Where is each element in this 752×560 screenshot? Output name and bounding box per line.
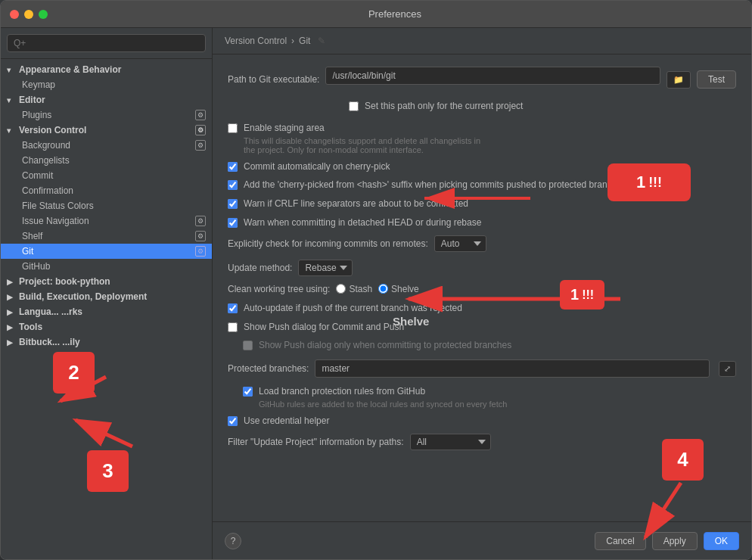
- minimize-button[interactable]: [24, 10, 33, 19]
- cancel-button[interactable]: Cancel: [595, 532, 645, 550]
- update-method-label: Update method:: [228, 263, 292, 273]
- filter-dropdown[interactable]: All Affected paths All paths: [410, 434, 491, 450]
- sidebar-item-issue-navigation[interactable]: Issue Navigation ⚙: [1, 213, 212, 229]
- sidebar-item-keymap[interactable]: Keymap: [1, 77, 212, 92]
- credential-helper-checkbox[interactable]: [228, 416, 238, 426]
- sidebar-item-file-status-colors[interactable]: File Status Colors: [1, 198, 212, 213]
- sidebar-item-build[interactable]: ▶ Build, Execution, Deployment: [1, 289, 212, 304]
- protected-branches-label: Protected branches:: [228, 363, 309, 374]
- search-bar: [1, 28, 212, 59]
- main-content: ▾ Appearance & Behavior Keymap ▾ Editor …: [1, 28, 751, 559]
- shelve-radio[interactable]: [378, 284, 388, 294]
- sidebar-item-commit[interactable]: Commit: [1, 168, 212, 183]
- sidebar-item-appearance[interactable]: ▾ Appearance & Behavior: [1, 62, 212, 77]
- stash-radio-label: Stash: [336, 284, 372, 294]
- detached-head-row: Warn when committing in detached HEAD or…: [228, 216, 736, 229]
- show-push-protected-row: Show Push dialog only when committing to…: [228, 339, 736, 352]
- incoming-commits-row: Explicitly check for incoming commits on…: [228, 235, 736, 252]
- sidebar-item-editor[interactable]: ▾ Editor: [1, 92, 212, 107]
- show-push-dialog-label: Show Push dialog for Commit and Push: [244, 321, 404, 334]
- expand-protected-button[interactable]: ⤢: [719, 361, 736, 377]
- cherry-suffix-checkbox[interactable]: [228, 180, 238, 190]
- current-project-label: Set this path only for the current proje…: [365, 100, 523, 113]
- protected-branches-input[interactable]: [315, 359, 710, 378]
- sidebar-item-version-control[interactable]: ▾ Version Control ⚙: [1, 123, 212, 138]
- current-project-checkbox[interactable]: [349, 101, 359, 111]
- filter-row: Filter "Update Project" information by p…: [228, 434, 736, 450]
- filter-label: Filter "Update Project" information by p…: [228, 437, 404, 447]
- auto-update-checkbox[interactable]: [228, 303, 238, 313]
- bottom-left: ?: [225, 533, 241, 549]
- detached-head-checkbox[interactable]: [228, 218, 238, 228]
- git-path-row: Path to Git executable: 📁 Test: [228, 67, 736, 92]
- clean-tree-row: Clean working tree using: Stash Shelve: [228, 284, 736, 294]
- staging-area-row: Enable staging area This will disable ch…: [228, 122, 736, 154]
- chevron-right-icon: ▶: [7, 278, 16, 286]
- staging-area-checkbox[interactable]: [228, 123, 238, 133]
- sidebar-item-languages[interactable]: ▶ Langua... ...rks: [1, 304, 212, 319]
- bottom-bar: ? Cancel Apply OK: [213, 521, 751, 559]
- show-push-dialog-checkbox[interactable]: [228, 322, 238, 332]
- sidebar-item-git[interactable]: Git ⚙: [1, 244, 212, 259]
- shelve-radio-label: Shelve: [378, 284, 419, 294]
- sidebar-item-plugins[interactable]: Plugins ⚙: [1, 107, 212, 123]
- apply-button[interactable]: Apply: [652, 532, 698, 550]
- cherry-pick-row: Commit automatically on cherry-pick: [228, 160, 736, 173]
- protected-branches-row: Protected branches: ⤢: [228, 359, 736, 378]
- edit-icon: ✎: [318, 36, 325, 46]
- cherry-suffix-row: Add the 'cherry-picked from <hash>' suff…: [228, 179, 736, 191]
- window-title: Preferences: [48, 8, 742, 20]
- clean-tree-label: Clean working tree using:: [228, 284, 330, 294]
- breadcrumb-part-1: Version Control: [225, 36, 287, 46]
- sidebar-item-github[interactable]: GitHub: [1, 259, 212, 274]
- update-method-dropdown[interactable]: Rebase Merge: [298, 260, 353, 276]
- incoming-commits-dropdown[interactable]: Auto Always Never: [434, 235, 486, 252]
- folder-browse-button[interactable]: 📁: [667, 71, 691, 89]
- detached-head-label: Warn when committing in detached HEAD or…: [244, 216, 481, 229]
- content-area: Path to Git executable: 📁 Test Set this …: [213, 54, 751, 521]
- auto-update-label: Auto-update if push of the current branc…: [244, 302, 462, 315]
- chevron-down-icon: ▾: [7, 96, 16, 104]
- ok-button[interactable]: OK: [704, 532, 739, 550]
- staging-area-label: Enable staging area: [244, 123, 325, 133]
- close-button[interactable]: [10, 10, 19, 19]
- title-bar: Preferences: [1, 1, 751, 28]
- load-branch-protection-row: Load branch protection rules from GitHub…: [228, 385, 736, 409]
- sidebar-item-bitbucket[interactable]: ▶ Bitbuck... ...ily: [1, 334, 212, 350]
- load-branch-protection-checkbox[interactable]: [243, 387, 253, 397]
- chevron-right-icon: ▶: [7, 338, 16, 347]
- incoming-commits-label: Explicitly check for incoming commits on…: [228, 238, 428, 249]
- chevron-right-icon: ▶: [7, 293, 16, 301]
- sidebar-item-confirmation[interactable]: Confirmation: [1, 183, 212, 198]
- sidebar-item-shelf[interactable]: Shelf ⚙: [1, 229, 212, 244]
- stash-radio[interactable]: [336, 284, 346, 294]
- update-method-row: Update method: Rebase Merge: [228, 260, 736, 276]
- maximize-button[interactable]: [39, 10, 48, 19]
- sidebar-item-background[interactable]: Background ⚙: [1, 138, 212, 153]
- help-button[interactable]: ?: [225, 533, 241, 549]
- sidebar-item-changelists[interactable]: Changelists: [1, 153, 212, 168]
- cherry-pick-checkbox[interactable]: [228, 162, 238, 172]
- settings-badge-icon: ⚙: [195, 246, 206, 257]
- test-button[interactable]: Test: [697, 70, 736, 89]
- credential-helper-row: Use credential helper: [228, 415, 736, 428]
- current-project-row: Set this path only for the current proje…: [349, 100, 736, 113]
- sidebar-tree: ▾ Appearance & Behavior Keymap ▾ Editor …: [1, 59, 212, 559]
- cherry-suffix-label: Add the 'cherry-picked from <hash>' suff…: [244, 179, 626, 191]
- traffic-lights: [10, 10, 48, 19]
- sidebar: ▾ Appearance & Behavior Keymap ▾ Editor …: [1, 28, 213, 559]
- crlf-checkbox[interactable]: [228, 199, 238, 209]
- chevron-down-icon: ▾: [7, 126, 16, 135]
- show-push-protected-checkbox[interactable]: [243, 341, 253, 350]
- chevron-right-icon: ▶: [7, 323, 16, 331]
- sidebar-item-tools[interactable]: ▶ Tools: [1, 319, 212, 334]
- settings-badge-icon: ⚙: [195, 231, 206, 241]
- main-panel: Version Control › Git ✎ Path to Git exec…: [213, 28, 751, 559]
- settings-badge-icon: ⚙: [195, 140, 206, 151]
- search-input[interactable]: [7, 34, 206, 52]
- auto-update-row: Auto-update if push of the current branc…: [228, 302, 736, 315]
- git-path-input[interactable]: [325, 67, 660, 85]
- chevron-right-icon: ▶: [7, 308, 16, 316]
- breadcrumb-separator: ›: [291, 36, 294, 46]
- sidebar-item-project[interactable]: ▶ Project: book-python: [1, 274, 212, 289]
